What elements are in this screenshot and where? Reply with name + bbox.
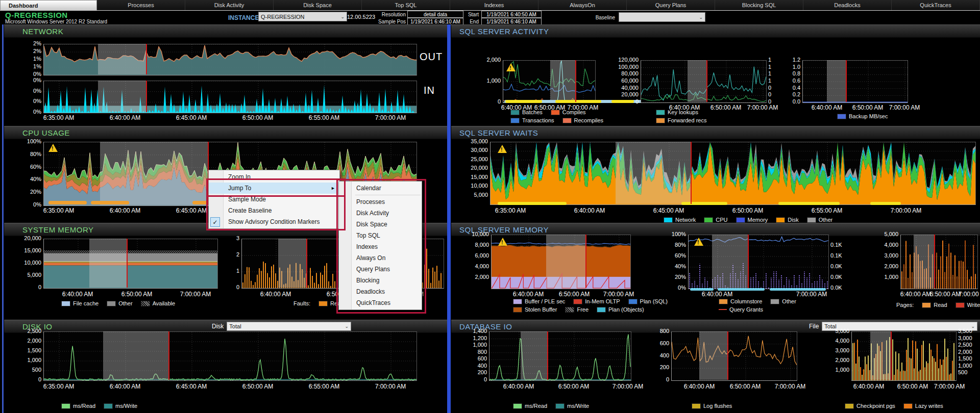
y-axis-tick: 5,000: [449, 192, 488, 198]
menu-separator: [355, 195, 421, 195]
legend-item: Write: [955, 302, 980, 308]
x-axis-label: 6:40:00 AM: [566, 207, 614, 214]
menu-item-create-baseline[interactable]: Create Baseline: [209, 205, 339, 216]
resolution-value: detail data: [407, 11, 463, 18]
disk-io-chart[interactable]: [43, 331, 417, 381]
log-flushes-chart[interactable]: [671, 331, 797, 381]
legend-label: CPU: [716, 217, 727, 223]
db-ms-read-chart[interactable]: [489, 331, 631, 381]
y-axis-tick: 10,000: [449, 183, 488, 189]
legend-group: ColumnstoreOtherQuery Grants: [719, 298, 796, 313]
menu-item-zoom-in[interactable]: Zoom In: [209, 171, 339, 183]
y-axis-tick: 0: [3, 284, 41, 290]
tab-disk-space[interactable]: Disk Space: [274, 0, 362, 10]
plan-cache-chart[interactable]: [688, 235, 829, 289]
checkpoint-chart[interactable]: [851, 331, 957, 381]
tab-deadlocks[interactable]: Deadlocks: [803, 0, 892, 10]
selection-region: [278, 239, 306, 288]
x-axis-label: 7:00:00 AM: [882, 207, 930, 214]
legend-item: ms/Read: [61, 403, 95, 409]
x-axis-label: 6:50:00 AM: [721, 383, 769, 390]
context-menu: Zoom InJump To►Sample ModeCreate Baselin…: [208, 170, 340, 229]
tab-disk-activity[interactable]: Disk Activity: [185, 0, 274, 10]
submenu-item-blocking[interactable]: Blocking: [339, 275, 422, 286]
x-axis-label: 6:50:00 AM: [234, 383, 282, 390]
legend-group: Key lookupsForwarded recs: [656, 109, 706, 123]
right-axis-tick: 2,000: [958, 349, 972, 355]
legend-label: Checkpoint pgs: [856, 403, 895, 409]
batches-transactions-chart[interactable]: [503, 60, 596, 103]
menu-item-label: Calendar: [356, 185, 381, 192]
submenu-item-deadlocks[interactable]: Deadlocks: [339, 286, 422, 297]
y-axis-tick: 15,000: [449, 174, 488, 180]
y-axis-tick: 20,000: [600, 91, 639, 97]
y-axis-tick: 0%: [647, 285, 686, 291]
menu-item-sample-mode[interactable]: Sample Mode: [209, 194, 339, 205]
tab-processes[interactable]: Processes: [97, 0, 185, 10]
system-memory-chart[interactable]: [43, 239, 218, 289]
submenu-item-disk-space[interactable]: Disk Space: [339, 219, 422, 230]
submenu-item-query-plans[interactable]: Query Plans: [339, 264, 422, 275]
y-axis-tick: 1,000: [448, 342, 487, 348]
legend-swatch-icon: [555, 403, 565, 409]
instance-dropdown[interactable]: Q-REGRESSION ⌄: [258, 12, 347, 21]
legend-swatch-icon: [955, 302, 965, 308]
legend-item: Other: [807, 217, 833, 223]
legend-swatch-icon: [845, 403, 854, 409]
legend-swatch-icon: [61, 301, 70, 306]
tab-dashboard[interactable]: Dashboard: [0, 0, 97, 10]
legend-label: Memory: [748, 217, 768, 223]
menu-item-label: Indexes: [356, 243, 378, 250]
tab-blocking-sql[interactable]: Blocking SQL: [715, 0, 803, 10]
warning-icon: !: [498, 145, 507, 153]
x-axis-label: 6:50:00 AM: [234, 114, 282, 121]
y-axis-tick: 0%: [3, 77, 41, 83]
legend-swatch-icon: [776, 217, 785, 223]
backup-chart[interactable]: [802, 60, 908, 103]
legend-label: Other: [782, 298, 796, 304]
legend-item: Batches: [510, 109, 543, 115]
x-axis-label: 7:00:00 AM: [880, 104, 928, 111]
menu-item-show-advisory-condition-markers[interactable]: Show Advisory Condition Markers✓: [209, 216, 339, 227]
x-axis-label: 6:35:00 AM: [35, 207, 83, 214]
tab-alwayson[interactable]: AlwaysOn: [538, 0, 627, 10]
menu-item-label: Deadlocks: [356, 288, 385, 295]
pages-chart[interactable]: [900, 235, 978, 289]
submenu-item-indexes[interactable]: Indexes: [339, 241, 422, 252]
tab-top-sql[interactable]: Top SQL: [362, 0, 450, 10]
right-axis-tick: 0.0K: [830, 274, 842, 280]
legend-item: ms/Read: [513, 403, 547, 409]
tab-quicktraces[interactable]: QuickTraces: [892, 0, 980, 10]
sql-server-waits-chart[interactable]: [490, 142, 976, 205]
y-axis-tick: 200: [448, 369, 487, 375]
tab-indexes[interactable]: Indexes: [450, 0, 538, 10]
legend-item: Log flushes: [692, 403, 732, 409]
legend-item: File cache: [61, 300, 99, 306]
submenu-item-quicktraces[interactable]: QuickTraces: [339, 297, 422, 308]
legend-label: ms/Write: [115, 403, 137, 409]
y-axis-tick: 600: [630, 340, 669, 346]
submenu-item-processes[interactable]: Processes: [339, 196, 422, 208]
submenu-item-top-sql[interactable]: Top SQL: [339, 230, 422, 241]
y-axis-tick: 1,000: [3, 357, 41, 363]
y-axis-tick: 1,000: [462, 78, 501, 84]
legend-swatch-icon: [656, 110, 665, 115]
baseline-dropdown[interactable]: ⌄: [619, 12, 705, 22]
y-axis-tick: 0: [448, 376, 487, 382]
legend-label: Backup MB/sec: [849, 113, 888, 119]
legend-label: Pages:: [896, 302, 914, 308]
submenu-item-disk-activity[interactable]: Disk Activity: [339, 208, 422, 219]
advisory-marker: [778, 202, 840, 205]
advisory-marker: [681, 202, 727, 205]
tab-query-plans[interactable]: Query Plans: [627, 0, 715, 10]
y-axis-tick: 2%: [3, 48, 41, 54]
menu-item-jump-to[interactable]: Jump To►: [209, 183, 339, 194]
legend-item: Other: [770, 298, 796, 304]
submenu-item-always-on[interactable]: Always On: [339, 252, 422, 264]
legend-swatch-icon: [704, 217, 713, 223]
legend-label: Query Grants: [729, 306, 763, 313]
x-axis-label: 7:00:00 AM: [925, 383, 973, 390]
legend-swatch-icon: [597, 307, 606, 313]
y-axis-tick: 2,000: [450, 274, 489, 280]
submenu-item-calendar[interactable]: Calendar: [339, 183, 422, 194]
